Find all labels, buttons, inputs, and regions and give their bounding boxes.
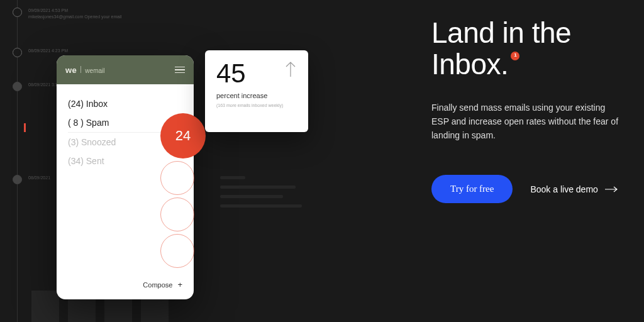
stat-sublabel: (163 more emails inboxed weekly): [216, 103, 297, 108]
book-demo-link[interactable]: Book a live demo: [530, 184, 618, 194]
timeline-timestamp: 08/09/2021 4:23 PM: [28, 48, 68, 54]
ghost-bar: [31, 291, 59, 322]
timeline-item: 08/09/2021: [13, 175, 50, 184]
cta-row: Try for free Book a live demo: [431, 175, 625, 203]
timeline-item: 08/09/2021 4:23 PM: [13, 48, 68, 57]
count-badge-value: 24: [175, 128, 191, 144]
app-header: we wemail: [57, 55, 194, 84]
notification-badge-value: 1: [514, 53, 516, 58]
timeline-timestamp: 09/09/2021 4:53 PM: [28, 8, 121, 14]
compose-label: Compose: [143, 281, 172, 289]
compose-button[interactable]: Compose +: [57, 271, 194, 299]
stat-label: percent increase: [216, 92, 297, 99]
timeline-dot-icon: [13, 175, 22, 184]
timeline-dot-icon: [13, 8, 22, 17]
arrow-right-icon: [604, 186, 618, 192]
ring-icon: [160, 161, 194, 195]
stat-number: 45: [216, 60, 246, 87]
timeline-item: 09/09/2021 4:53 PM mikelasjones34@gmail.…: [13, 8, 121, 20]
brand-separator: [80, 66, 81, 73]
badge-circles: 24: [160, 113, 206, 270]
brand-name: wemail: [85, 67, 104, 74]
menu-icon[interactable]: [175, 67, 185, 74]
background-text-lines: [220, 176, 302, 214]
headline-line-1: Land in the: [431, 16, 571, 49]
ghost-line: [220, 204, 302, 208]
timeline-event: mikelasjones34@gmail.com Opened your ema…: [28, 14, 121, 20]
ring-icon: [160, 234, 194, 268]
brand-logo: we: [65, 65, 77, 75]
folder-inbox[interactable]: (24) Inbox: [68, 94, 182, 113]
ghost-line: [220, 176, 245, 179]
page-title: Land in the Inbox. 1: [431, 18, 625, 80]
hero-subhead: Finally send mass emails using your exis…: [431, 101, 620, 142]
timeline-dot-icon: [13, 82, 22, 91]
ghost-line: [220, 195, 283, 198]
ghost-line: [220, 186, 296, 189]
plus-icon: +: [177, 280, 182, 289]
book-demo-label: Book a live demo: [530, 184, 597, 194]
notification-badge: 1: [511, 52, 519, 60]
headline-line-2: Inbox.: [431, 48, 508, 80]
timeline-dot-icon: [13, 48, 22, 57]
arrow-up-icon: [284, 60, 297, 78]
count-badge: 24: [160, 113, 206, 158]
try-free-button[interactable]: Try for free: [431, 175, 513, 203]
timeline-timestamp: 08/09/2021: [28, 175, 50, 181]
timeline-current-marker: [24, 123, 26, 132]
app-brand: we wemail: [65, 65, 104, 75]
ring-icon: [160, 197, 194, 231]
stat-card: 45 percent increase (163 more emails inb…: [205, 50, 308, 132]
hero-content: Land in the Inbox. 1 Finally send mass e…: [431, 18, 625, 203]
